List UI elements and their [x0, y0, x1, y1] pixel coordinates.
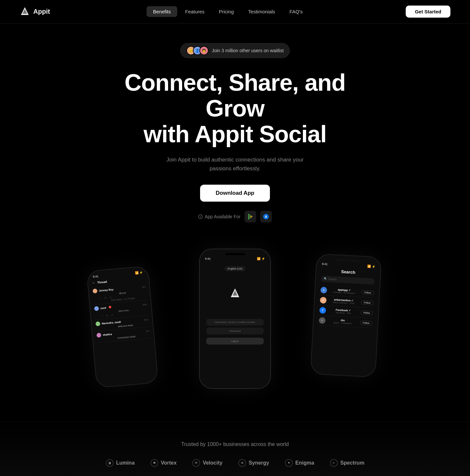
nav-link-pricing[interactable]: Pricing [212, 6, 240, 17]
brand-logos: ◑ Lumina ❋ Vortex ⟳ Velocity ≋ Synergy ✦… [7, 459, 463, 467]
synergy-name: Synergy [249, 460, 269, 466]
enigma-icon: ✦ [285, 459, 293, 467]
app-available-row: i App Available For A [198, 211, 272, 223]
svg-text:A: A [265, 215, 267, 219]
login-logo [229, 287, 241, 299]
badge-text: Join 3 million other users on waitlist [212, 48, 284, 53]
navbar: Appit Benefits Features Pricing Testimon… [0, 0, 470, 23]
logo-text: Appit [33, 8, 50, 15]
brand-velocity: ⟳ Velocity [192, 459, 222, 467]
hero-subtitle: Join Appit to build authentic connection… [163, 155, 307, 173]
login-button[interactable]: Log in [206, 338, 264, 345]
follow-btn-1[interactable]: Follow [361, 290, 374, 295]
google-play-icon[interactable] [244, 211, 256, 223]
waitlist-badge: 😊 👤 🧑 Join 3 million other users on wait… [180, 43, 290, 58]
notch-right [336, 259, 362, 262]
vortex-name: Vortex [161, 460, 177, 466]
velocity-icon: ⟳ [192, 459, 200, 467]
brand-enigma: ✦ Enigma [285, 459, 314, 467]
trusted-title: Trusted by 1000+ businesses across the w… [7, 441, 463, 447]
status-bar-center: 9:41 📶 ⚡ [204, 257, 266, 260]
nav-link-benefits[interactable]: Benefits [147, 6, 177, 17]
svg-text:i: i [200, 215, 201, 219]
hero-section: 😊 👤 🧑 Join 3 million other users on wait… [0, 23, 470, 402]
search-avatar-1: A [320, 287, 327, 294]
app-store-icon[interactable]: A [260, 211, 272, 223]
lumina-name: Lumina [116, 460, 135, 466]
search-title: Search [321, 268, 375, 276]
phone-center-screen: 9:41 📶 ⚡ English (US) Username, email or… [200, 249, 270, 388]
spectrum-icon: ≈ [330, 459, 338, 467]
info-icon: i [198, 214, 203, 219]
brand-vortex: ❋ Vortex [150, 459, 177, 467]
trusted-section: Trusted by 1000+ businesses across the w… [0, 422, 470, 476]
phone-right: 9:41 📶 ⚡ Search 🔍 Search A apptapp ✓ Thr… [310, 253, 382, 377]
avatar-3: 🧑 [199, 46, 209, 55]
lang-selector[interactable]: English (US) [225, 266, 246, 271]
phones-container: 9:41 📶 ⚡ ← Thread Jenney Roy 6m @zuck ♡ [72, 239, 398, 402]
lumina-icon: ◑ [106, 459, 114, 467]
thread-avatar-4 [96, 333, 101, 338]
app-available-label: i App Available For [198, 214, 240, 219]
search-avatar-2: A [320, 297, 327, 304]
nav-link-features[interactable]: Features [179, 6, 211, 17]
login-body: English (US) Username, email or mobile n… [204, 263, 266, 348]
notch-center [225, 253, 245, 255]
nav-link-testimonials[interactable]: Testimonials [242, 6, 282, 17]
search-avatar-4: r [319, 317, 326, 324]
username-input[interactable]: Username, email or mobile number [206, 319, 264, 326]
follow-btn-3[interactable]: Follow [360, 310, 373, 315]
phone-left: 9:41 📶 ⚡ ← Thread Jenney Roy 6m @zuck ♡ [86, 266, 159, 388]
phone-left-screen: 9:41 📶 ⚡ ← Thread Jenney Roy 6m @zuck ♡ [87, 267, 158, 388]
brand-lumina: ◑ Lumina [106, 459, 135, 467]
follow-btn-4[interactable]: Follow [360, 320, 372, 325]
logo[interactable]: Appit [20, 7, 50, 17]
status-bar-right: 9:41 📶 ⚡ [321, 262, 377, 269]
spectrum-name: Spectrum [340, 460, 365, 466]
thread-avatar-1 [93, 288, 98, 293]
badge-avatars: 😊 👤 🧑 [186, 46, 209, 55]
get-started-button[interactable]: Get Started [406, 6, 450, 18]
velocity-name: Velocity [203, 460, 222, 466]
follow-btn-2[interactable]: Follow [361, 300, 374, 305]
phone-right-screen: 9:41 📶 ⚡ Search 🔍 Search A apptapp ✓ Thr… [311, 254, 381, 377]
download-app-button[interactable]: Download App [200, 185, 270, 202]
phone-center: 9:41 📶 ⚡ English (US) Username, email or… [199, 249, 271, 389]
synergy-icon: ≋ [238, 459, 246, 467]
enigma-name: Enigma [295, 460, 314, 466]
search-avatar-3: f [319, 307, 326, 314]
logo-icon [20, 7, 30, 17]
thread-avatar-3 [95, 321, 100, 326]
brand-spectrum: ≈ Spectrum [330, 459, 365, 467]
search-bar[interactable]: 🔍 Search [321, 276, 375, 285]
brand-synergy: ≋ Synergy [238, 459, 269, 467]
nav-link-faqs[interactable]: FAQ's [283, 6, 309, 17]
password-input[interactable]: Password [206, 328, 264, 334]
thread-avatar-2 [94, 306, 99, 311]
vortex-icon: ❋ [150, 459, 158, 467]
hero-title: Connect, Share, and Grow with Appit Soci… [111, 70, 359, 147]
nav-links: Benefits Features Pricing Testimonials F… [147, 6, 309, 17]
